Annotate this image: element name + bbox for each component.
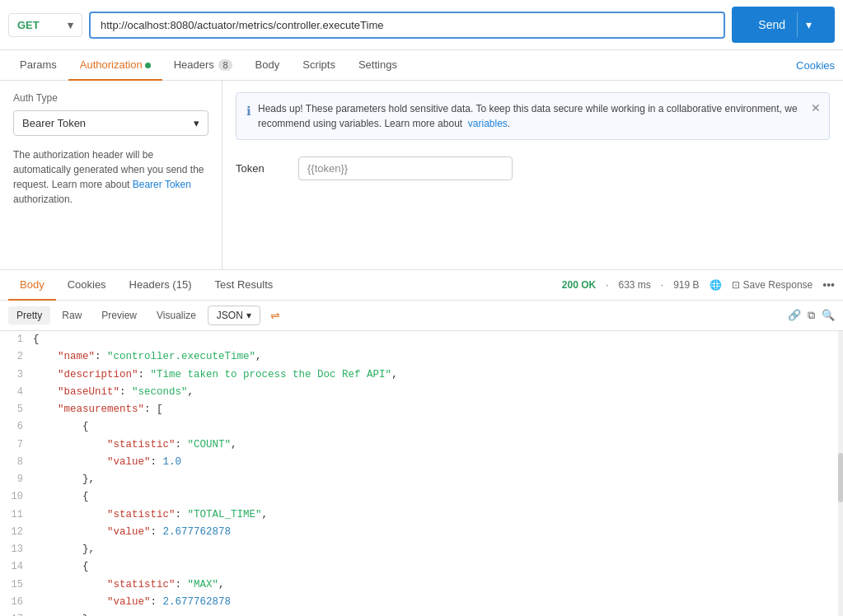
info-icon: ℹ bbox=[246, 102, 251, 121]
code-line-9: 9 }, bbox=[0, 471, 843, 488]
bearer-token-link[interactable]: Bearer Token bbox=[133, 179, 191, 190]
tab-scripts[interactable]: Scripts bbox=[291, 50, 347, 81]
fmt-tab-preview[interactable]: Preview bbox=[93, 306, 145, 324]
close-icon[interactable]: ✕ bbox=[811, 100, 821, 117]
code-line-15: 15 "statistic": "MAX", bbox=[0, 576, 843, 594]
fmt-tab-raw[interactable]: Raw bbox=[54, 306, 90, 324]
resp-tab-test-results[interactable]: Test Results bbox=[203, 270, 284, 301]
tab-params[interactable]: Params bbox=[8, 50, 68, 81]
method-label: GET bbox=[17, 19, 40, 31]
json-chevron-icon: ▾ bbox=[246, 310, 251, 321]
response-time: · bbox=[606, 279, 608, 291]
token-row: Token bbox=[236, 156, 830, 180]
fmt-tab-pretty[interactable]: Pretty bbox=[8, 306, 50, 324]
auth-type-select[interactable]: Bearer Token ▾ bbox=[13, 110, 208, 136]
headers-badge: 8 bbox=[218, 59, 232, 71]
info-banner: ℹ Heads up! These parameters hold sensit… bbox=[236, 92, 830, 140]
save-response-button[interactable]: ⊡ Save Response bbox=[732, 279, 813, 291]
code-line-2: 2 "name": "controller.executeTime", bbox=[0, 348, 843, 366]
copy-icon[interactable]: ⧉ bbox=[808, 309, 815, 322]
code-line-1: 1 { bbox=[0, 331, 843, 348]
code-line-17: 17 } bbox=[0, 611, 843, 616]
save-icon: ⊡ bbox=[732, 279, 740, 291]
resp-tab-body[interactable]: Body bbox=[8, 270, 56, 301]
send-button[interactable]: Send ▾ bbox=[732, 7, 835, 43]
response-body: 1 { 2 "name": "controller.executeTime", … bbox=[0, 331, 843, 616]
code-line-7: 7 "statistic": "COUNT", bbox=[0, 436, 843, 454]
auth-right-panel: ℹ Heads up! These parameters hold sensit… bbox=[222, 81, 843, 269]
code-line-5: 5 "measurements": [ bbox=[0, 401, 843, 418]
globe-icon[interactable]: 🌐 bbox=[710, 279, 722, 291]
format-tabs: Pretty Raw Preview Visualize JSON ▾ ⇌ 🔗 … bbox=[0, 301, 843, 331]
token-input[interactable] bbox=[298, 156, 513, 180]
tab-authorization[interactable]: Authorization bbox=[68, 50, 162, 81]
auth-type-value: Bearer Token bbox=[22, 117, 86, 129]
tab-settings[interactable]: Settings bbox=[347, 50, 409, 81]
resp-tab-cookies[interactable]: Cookies bbox=[56, 270, 118, 301]
code-line-11: 11 "statistic": "TOTAL_TIME", bbox=[0, 506, 843, 524]
variables-link[interactable]: variables bbox=[468, 118, 508, 129]
method-select[interactable]: GET ▾ bbox=[8, 13, 82, 37]
status-badge: 200 OK bbox=[562, 279, 596, 291]
cookies-link[interactable]: Cookies bbox=[796, 59, 835, 72]
code-line-6: 6 { bbox=[0, 418, 843, 436]
authorization-dot bbox=[145, 63, 151, 68]
response-nav-tabs: Body Cookies Headers (15) Test Results 2… bbox=[0, 270, 843, 301]
json-format-select[interactable]: JSON ▾ bbox=[208, 306, 260, 325]
auth-description: The authorization header will be automat… bbox=[13, 147, 208, 207]
code-line-3: 3 "description": "Time taken to process … bbox=[0, 366, 843, 384]
auth-section: Auth Type Bearer Token ▾ The authorizati… bbox=[0, 81, 843, 270]
code-line-4: 4 "baseUnit": "seconds", bbox=[0, 384, 843, 401]
resp-tab-headers[interactable]: Headers (15) bbox=[118, 270, 204, 301]
tab-headers[interactable]: Headers 8 bbox=[162, 50, 244, 81]
filter-icon[interactable]: ⇌ bbox=[270, 309, 280, 322]
response-size-value: 919 B bbox=[673, 279, 699, 291]
code-line-8: 8 "value": 1.0 bbox=[0, 454, 843, 471]
status-info: 200 OK · 633 ms · 919 B 🌐 ⊡ Save Respons… bbox=[562, 278, 835, 292]
method-chevron-icon: ▾ bbox=[68, 19, 73, 31]
tab-body[interactable]: Body bbox=[244, 50, 292, 81]
auth-left-panel: Auth Type Bearer Token ▾ The authorizati… bbox=[0, 81, 222, 269]
send-label: Send bbox=[747, 12, 797, 37]
code-line-12: 12 "value": 2.677762878 bbox=[0, 524, 843, 541]
response-time-value: 633 ms bbox=[618, 279, 650, 291]
request-nav-tabs: Params Authorization Headers 8 Body Scri… bbox=[0, 50, 843, 81]
more-options-icon[interactable]: ••• bbox=[822, 278, 835, 292]
code-line-14: 14 { bbox=[0, 558, 843, 576]
code-line-16: 16 "value": 2.677762878 bbox=[0, 594, 843, 611]
response-action-icons: ••• bbox=[822, 278, 835, 292]
code-line-13: 13 }, bbox=[0, 541, 843, 558]
fmt-tab-visualize[interactable]: Visualize bbox=[148, 306, 204, 324]
top-bar: GET ▾ Send ▾ bbox=[0, 0, 843, 50]
auth-type-label: Auth Type bbox=[13, 92, 208, 104]
scrollbar-thumb[interactable] bbox=[838, 453, 843, 502]
url-input[interactable] bbox=[89, 12, 725, 39]
token-label: Token bbox=[236, 162, 285, 175]
code-line-10: 10 { bbox=[0, 488, 843, 506]
response-size: · bbox=[661, 279, 663, 291]
auth-type-chevron-icon: ▾ bbox=[194, 117, 199, 129]
scrollbar-track bbox=[838, 331, 843, 616]
send-chevron-icon: ▾ bbox=[797, 12, 820, 37]
search-icon[interactable]: 🔍 bbox=[822, 309, 835, 322]
link-icon[interactable]: 🔗 bbox=[788, 309, 801, 322]
